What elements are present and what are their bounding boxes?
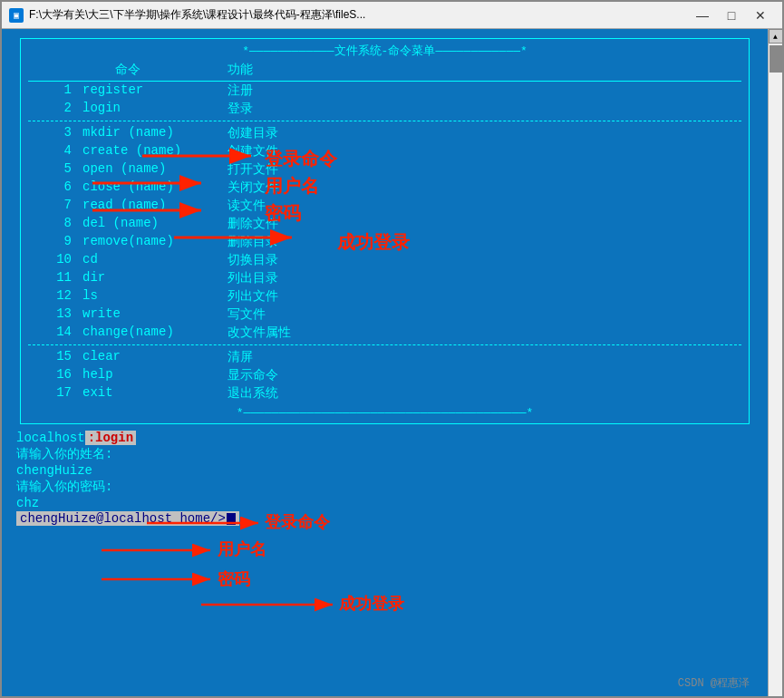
num-16: 16: [28, 367, 82, 383]
desc-16: 显示命令: [227, 367, 278, 383]
cmd-2: login: [82, 101, 227, 117]
desc-12: 列出文件: [227, 288, 278, 305]
menu-row-12: 12 ls 列出文件: [28, 287, 741, 305]
menu-group3: 15 clear 清屏 16 help 显示命令 17 exit 退出系: [28, 348, 741, 402]
num-1: 1: [28, 82, 82, 99]
top-border: *————————————文件系统-命令菜单————————————*: [28, 43, 741, 59]
num-7: 7: [28, 198, 82, 214]
localhost-text: localhost: [16, 431, 85, 445]
num-5: 5: [28, 161, 82, 178]
menu-row-5: 5 open (name) 打开文件: [28, 160, 741, 179]
desc-10: 切换目录: [227, 252, 278, 268]
watermark: CSDN @程惠泽: [678, 675, 750, 691]
cmd-1: register: [82, 82, 227, 99]
app-icon: ▣: [9, 8, 24, 23]
desc-14: 改文件属性: [227, 325, 291, 341]
bottom-border-content: *———————————————————————————————————————…: [237, 406, 534, 420]
border-star-left: *——————————: [242, 44, 320, 58]
close-button[interactable]: ✕: [746, 5, 775, 25]
desc-8: 删除文件: [227, 216, 278, 232]
menu-row-6: 6 close (name) 关闭文件: [28, 179, 741, 197]
desc-4: 创建文件: [227, 143, 278, 160]
num-15: 15: [28, 349, 82, 365]
num-6: 6: [28, 179, 82, 196]
maximize-button[interactable]: □: [717, 5, 746, 25]
name-prompt-text: 请输入你的姓名:: [16, 447, 112, 461]
divider-2: [28, 344, 741, 345]
desc-3: 创建目录: [227, 125, 278, 141]
cmd-6: close (name): [82, 179, 227, 196]
desc-11: 列出目录: [227, 270, 278, 286]
menu-row-1: 1 register 注册: [28, 82, 741, 100]
cmd-10: cd: [82, 252, 227, 268]
menu-row-2: 2 login 登录: [28, 100, 741, 118]
num-2: 2: [28, 101, 82, 117]
desc-9: 删除目录: [227, 234, 278, 250]
cmd-5: open (name): [82, 161, 227, 178]
username-line: chengHuize: [16, 463, 753, 478]
cmd-15: clear: [82, 349, 227, 365]
col-cmd-header: 命令: [28, 62, 227, 78]
menu-row-13: 13 write 写文件: [28, 305, 741, 324]
terminal-session: localhost :login 请输入你的姓名: chengHuize 请输入…: [9, 428, 760, 528]
desc-6: 关闭文件: [227, 179, 278, 196]
username-value: chengHuize: [16, 463, 92, 478]
title-bar: ▣ F:\大学有关\大三\下半学期\操作系统\课程设计\最终代码-程惠泽\fil…: [2, 2, 782, 29]
col-func-header: 功能: [227, 62, 373, 78]
success-prompt-line: chengHuize@localhost home/>: [16, 511, 753, 526]
name-prompt-line: 请输入你的姓名:: [16, 446, 753, 462]
cmd-16: help: [82, 367, 227, 383]
num-14: 14: [28, 325, 82, 341]
menu-row-4: 4 create (name) 创建文件: [28, 142, 741, 160]
num-4: 4: [28, 143, 82, 160]
desc-17: 退出系统: [227, 385, 278, 402]
menu-row-7: 7 read (name) 读文件: [28, 197, 741, 215]
password-prompt-line: 请输入你的密码:: [16, 479, 753, 495]
menu-title: ——文件系统-命令菜单——: [320, 44, 450, 58]
console-area: *————————————文件系统-命令菜单————————————* 命令 功…: [2, 29, 768, 696]
cmd-9: remove(name): [82, 234, 227, 250]
cmd-14: change(name): [82, 325, 227, 341]
menu-row-14: 14 change(name) 改文件属性: [28, 324, 741, 342]
cmd-3: mkdir (name): [82, 125, 227, 141]
cmd-12: ls: [82, 288, 227, 305]
scroll-up-button[interactable]: ▲: [769, 29, 783, 44]
border-star-right: ——————————*: [450, 44, 528, 58]
num-9: 9: [28, 234, 82, 250]
cmd-4: create (name): [82, 143, 227, 160]
cmd-7: read (name): [82, 198, 227, 214]
desc-15: 清屏: [227, 349, 253, 365]
annotations-layer: 登录命令 用户名: [2, 564, 768, 696]
num-12: 12: [28, 288, 82, 305]
divider-1: [28, 121, 741, 121]
menu-box: *————————————文件系统-命令菜单————————————* 命令 功…: [20, 38, 750, 424]
num-10: 10: [28, 252, 82, 268]
password-line: chz: [16, 496, 753, 510]
num-8: 8: [28, 216, 82, 232]
scroll-thumb[interactable]: [769, 45, 782, 73]
num-11: 11: [28, 270, 82, 286]
menu-group1: 1 register 注册 2 login 登录: [28, 82, 741, 118]
num-13: 13: [28, 306, 82, 323]
window-controls: — □ ✕: [688, 5, 775, 25]
console-content: *————————————文件系统-命令菜单————————————* 命令 功…: [2, 29, 768, 696]
success-prompt-highlight: chengHuize@localhost home/>: [16, 511, 239, 526]
vertical-scrollbar[interactable]: ▲: [768, 29, 782, 696]
content-area: *————————————文件系统-命令菜单————————————* 命令 功…: [2, 29, 782, 696]
login-input-highlight: :login: [85, 431, 136, 445]
menu-row-3: 3 mkdir (name) 创建目录: [28, 124, 741, 142]
menu-row-9: 9 remove(name) 删除目录: [28, 233, 741, 251]
menu-header: 命令 功能: [28, 59, 741, 82]
menu-row-10: 10 cd 切换目录: [28, 251, 741, 269]
num-3: 3: [28, 125, 82, 141]
menu-row-17: 17 exit 退出系统: [28, 384, 741, 402]
desc-5: 打开文件: [227, 161, 278, 178]
password-prompt-text: 请输入你的密码:: [16, 480, 112, 494]
title-bar-left: ▣ F:\大学有关\大三\下半学期\操作系统\课程设计\最终代码-程惠泽\fil…: [9, 7, 365, 23]
menu-row-11: 11 dir 列出目录: [28, 269, 741, 287]
minimize-button[interactable]: —: [688, 5, 717, 25]
desc-7: 读文件: [227, 198, 266, 214]
window-title: F:\大学有关\大三\下半学期\操作系统\课程设计\最终代码-程惠泽\fileS…: [29, 7, 365, 23]
menu-row-15: 15 clear 清屏: [28, 348, 741, 366]
menu-row-16: 16 help 显示命令: [28, 366, 741, 384]
